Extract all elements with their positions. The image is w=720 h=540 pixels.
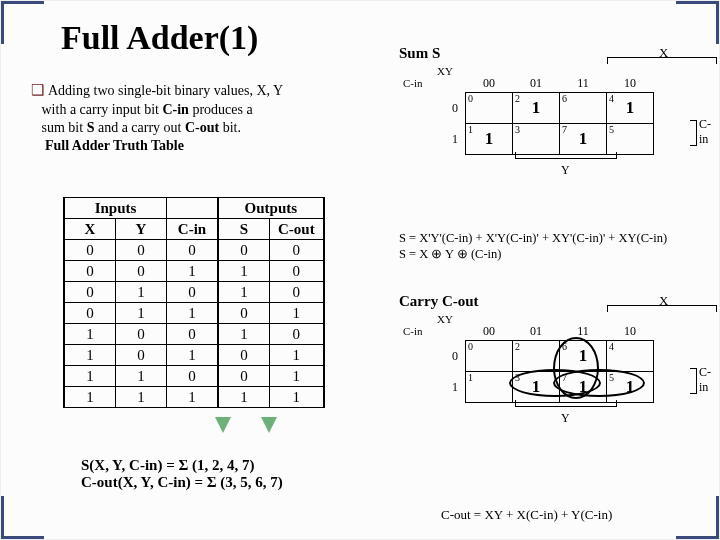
- truth-cell: 1: [64, 345, 116, 366]
- truth-cell: 0: [218, 240, 270, 261]
- truth-cell: 1: [167, 345, 219, 366]
- kmap-rowhdr: 1: [445, 124, 466, 155]
- truth-cell: 0: [167, 366, 219, 387]
- kmap-c-cin-side: C-in: [699, 365, 711, 395]
- kmap-cell: 0: [466, 93, 513, 124]
- kmap-cell: 31: [513, 372, 560, 403]
- truth-cell: 0: [218, 366, 270, 387]
- truth-cell: 0: [218, 303, 270, 324]
- truth-hdr-inputs: Inputs: [64, 198, 167, 219]
- truth-cell: 0: [270, 261, 324, 282]
- truth-cell: 1: [64, 387, 116, 408]
- truth-cell: 1: [167, 387, 219, 408]
- truth-cell: 1: [64, 366, 116, 387]
- arrow-down-icon: [215, 417, 231, 433]
- kmap-cell: 2: [513, 341, 560, 372]
- kmap-c-cin: C-in: [403, 325, 423, 337]
- truth-col-s: S: [218, 219, 270, 240]
- kmap-cell: 61: [560, 341, 607, 372]
- kmap-cell: 4: [607, 341, 654, 372]
- corner-tl: [1, 1, 44, 44]
- carry-equation: C-out = XY + X(C-in) + Y(C-in): [441, 507, 612, 523]
- truth-cell: 0: [64, 261, 116, 282]
- kmap-cell: 51: [607, 372, 654, 403]
- truth-cell: 1: [116, 366, 167, 387]
- arrow-down-icon: [261, 417, 277, 433]
- truth-cell: 0: [64, 240, 116, 261]
- truth-cell: 1: [167, 303, 219, 324]
- truth-col-cout: C-out: [270, 219, 324, 240]
- truth-cell: 1: [270, 303, 324, 324]
- truth-cell: 0: [167, 324, 219, 345]
- truth-cell: 0: [64, 282, 116, 303]
- truth-hdr-outputs: Outputs: [218, 198, 324, 219]
- kmap-cell: 11: [466, 124, 513, 155]
- truth-cell: 0: [218, 345, 270, 366]
- kmap-c-col-00: 00: [466, 323, 513, 341]
- kmap-rowhdr: 0: [445, 93, 466, 124]
- kmap-cell: 41: [607, 93, 654, 124]
- kmap-rowhdr: 1: [445, 372, 466, 403]
- kmap-cell: 3: [513, 124, 560, 155]
- kmap-c-y-label: Y: [561, 411, 570, 426]
- kmap-sum-y-label: Y: [561, 163, 570, 178]
- corner-bl: [1, 496, 44, 539]
- kmap-cell: 0: [466, 341, 513, 372]
- truth-cell: 0: [167, 282, 219, 303]
- truth-cell: 0: [270, 282, 324, 303]
- truth-cell: 1: [218, 387, 270, 408]
- truth-cell: 1: [218, 324, 270, 345]
- kmap-cell: 71: [560, 124, 607, 155]
- kmap-sum-cin-side: C-in: [699, 117, 711, 147]
- truth-col-cin: C-in: [167, 219, 219, 240]
- corner-br: [676, 496, 719, 539]
- truth-cell: 0: [270, 324, 324, 345]
- kmap-s-col-00: 00: [466, 75, 513, 93]
- truth-cell: 1: [116, 387, 167, 408]
- kmap-s-col-01: 01: [513, 75, 560, 93]
- truth-cell: 1: [64, 324, 116, 345]
- truth-col-y: Y: [116, 219, 167, 240]
- truth-cell: 1: [218, 261, 270, 282]
- truth-cell: 1: [270, 387, 324, 408]
- truth-cell: 1: [270, 366, 324, 387]
- kmap-carry-title: Carry C-out: [399, 293, 479, 310]
- truth-cell: 0: [64, 303, 116, 324]
- sum-equation: S = X'Y'(C-in) + X'Y(C-in)' + XY'(C-in)'…: [399, 231, 667, 262]
- kmap-sum-cin: C-in: [403, 77, 423, 89]
- corner-tr: [676, 1, 719, 44]
- kmap-cell: 6: [560, 93, 607, 124]
- kmap-sum-title: Sum S: [399, 45, 440, 62]
- truth-cell: 0: [167, 240, 219, 261]
- truth-cell: 1: [218, 282, 270, 303]
- kmap-rowhdr: 0: [445, 341, 466, 372]
- kmap-c-col-11: 11: [560, 323, 607, 341]
- truth-cell: 0: [116, 240, 167, 261]
- truth-cell: 0: [270, 240, 324, 261]
- kmap-s-col-10: 10: [607, 75, 654, 93]
- truth-col-x: X: [64, 219, 116, 240]
- kmap-cell: 21: [513, 93, 560, 124]
- kmap-cell: 5: [607, 124, 654, 155]
- sum-of-minterms: S(X, Y, C-in) = Σ (1, 2, 4, 7) C-out(X, …: [81, 457, 283, 491]
- kmap-c-col-10: 10: [607, 323, 654, 341]
- kmap-s-col-11: 11: [560, 75, 607, 93]
- kmap-c-col-01: 01: [513, 323, 560, 341]
- truth-cell: 0: [116, 324, 167, 345]
- truth-cell: 0: [116, 345, 167, 366]
- truth-cell: 1: [270, 345, 324, 366]
- truth-cell: 0: [116, 261, 167, 282]
- truth-table: Inputs Outputs X Y C-in S C-out 00000001…: [63, 197, 325, 408]
- page-title: Full Adder(1): [61, 19, 258, 57]
- truth-cell: 1: [116, 282, 167, 303]
- truth-cell: 1: [167, 261, 219, 282]
- kmap-cell: 71: [560, 372, 607, 403]
- description: ❑Adding two single-bit binary values, X,…: [31, 81, 381, 155]
- truth-cell: 1: [116, 303, 167, 324]
- kmap-cell: 1: [466, 372, 513, 403]
